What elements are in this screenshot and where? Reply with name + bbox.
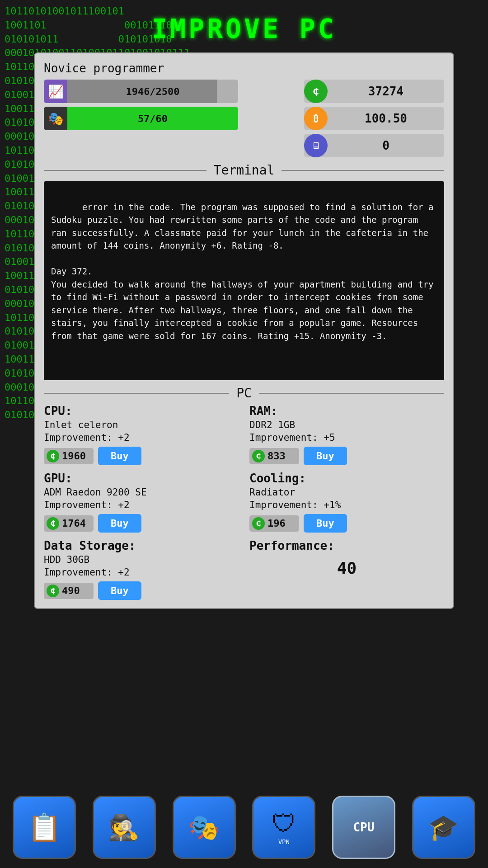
gpu-improvement: Improvement: +2	[44, 500, 239, 510]
terminal: error in the code. The program was suppo…	[44, 181, 444, 380]
anon-bar: 🎭 57/60	[44, 107, 238, 130]
gpu-price-icon: ₵	[47, 517, 59, 530]
content-wrapper: IMPROVE PC Novice programmer 📈 1946/2500…	[0, 0, 488, 868]
cooling-item: Cooling: Radiator Improvement: +1% ₵ 196…	[249, 472, 444, 533]
storage-item: Data Storage: HDD 30GB Improvement: +2 ₵…	[44, 539, 239, 600]
cooling-buy-button[interactable]: Buy	[304, 514, 347, 533]
nav-button-clipboard[interactable]: 📋	[13, 796, 76, 859]
pc-label: PC	[229, 386, 259, 401]
clipboard-icon: 📋	[28, 811, 61, 844]
cooling-price-icon: ₵	[252, 517, 265, 530]
xp-label: 1946/2500	[67, 86, 238, 97]
monitor-value: 0	[328, 139, 444, 152]
gpu-price: 1764	[62, 518, 86, 529]
vpn-label: VPN	[278, 838, 290, 845]
anonymous-icon: 🎭	[188, 813, 220, 842]
gpu-price-box: ₵ 1764	[44, 515, 94, 532]
btc-icon: ₿	[304, 107, 328, 130]
btc-value: 100.50	[328, 112, 444, 125]
storage-price-box: ₵ 490	[44, 583, 94, 599]
storage-buy-row: ₵ 490 Buy	[44, 581, 239, 600]
page-title: IMPROVE PC	[151, 14, 336, 44]
cooling-price: 196	[267, 518, 286, 529]
pc-divider-line-right	[259, 393, 444, 394]
storage-price-icon: ₵	[47, 585, 59, 597]
cpu-price-box: ₵ 1960	[44, 448, 94, 464]
performance-value: 40	[249, 559, 444, 577]
nav-button-hacker[interactable]: 🕵	[93, 796, 156, 859]
ram-item: RAM: DDR2 1GB Improvement: +5 ₵ 833 Buy	[249, 404, 444, 465]
ram-buy-button[interactable]: Buy	[304, 447, 347, 465]
performance-item: Performance: 40	[249, 539, 444, 600]
ram-title: RAM:	[249, 404, 444, 418]
terminal-label: Terminal	[206, 163, 282, 178]
ram-name: DDR2 1GB	[249, 420, 444, 430]
player-name: Novice programmer	[44, 61, 444, 75]
terminal-divider: Terminal	[44, 163, 444, 178]
cooling-price-box: ₵ 196	[249, 515, 299, 532]
bottom-nav: 📋 🕵 🎭 🛡 VPN CPU 🎓	[0, 788, 488, 868]
pc-grid: CPU: Inlet celeron Improvement: +2 ₵ 196…	[44, 404, 444, 600]
stats-row: 📈 1946/2500 🎭 57/60 ₵ 37274	[44, 80, 444, 157]
cooling-improvement: Improvement: +1%	[249, 500, 444, 510]
terminal-text: error in the code. The program was suppo…	[51, 202, 439, 341]
monitor-icon: 🖥	[304, 134, 328, 157]
cpu-buy-row: ₵ 1960 Buy	[44, 447, 239, 465]
cpu-improvement: Improvement: +2	[44, 432, 239, 443]
performance-title: Performance:	[249, 539, 444, 552]
coin-icon: ₵	[304, 80, 328, 103]
storage-title: Data Storage:	[44, 539, 239, 552]
storage-price: 490	[62, 585, 80, 596]
pc-divider: PC	[44, 386, 444, 401]
cpu-price: 1960	[62, 450, 86, 462]
ram-price-icon: ₵	[252, 450, 265, 462]
nav-button-cpu[interactable]: CPU	[332, 796, 395, 859]
ram-improvement: Improvement: +5	[249, 432, 444, 443]
xp-bar: 📈 1946/2500	[44, 80, 238, 103]
coins-box: ₵ 37274	[304, 80, 444, 103]
left-stats: 📈 1946/2500 🎭 57/60	[44, 80, 238, 130]
cooling-name: Radiator	[249, 487, 444, 498]
xp-icon: 📈	[44, 80, 67, 103]
cpu-name: Inlet celeron	[44, 420, 239, 430]
cpu-nav-icon: CPU	[353, 821, 374, 834]
cpu-item: CPU: Inlet celeron Improvement: +2 ₵ 196…	[44, 404, 239, 465]
nav-button-anonymous[interactable]: 🎭	[173, 796, 236, 859]
gpu-buy-button[interactable]: Buy	[98, 514, 141, 533]
cpu-title: CPU:	[44, 404, 239, 418]
ram-buy-row: ₵ 833 Buy	[249, 447, 444, 465]
right-stats: ₵ 37274 ₿ 100.50 🖥 0	[304, 80, 444, 157]
main-panel: Novice programmer 📈 1946/2500 🎭 57/60	[34, 52, 454, 609]
divider-line-left	[44, 170, 206, 171]
gpu-item: GPU: ADM Raedon 9200 SE Improvement: +2 …	[44, 472, 239, 533]
anon-icon: 🎭	[44, 107, 67, 130]
ram-price: 833	[267, 450, 286, 462]
gpu-buy-row: ₵ 1764 Buy	[44, 514, 239, 533]
gpu-name: ADM Raedon 9200 SE	[44, 487, 239, 498]
cpu-price-icon: ₵	[47, 450, 59, 462]
cpu-buy-button[interactable]: Buy	[98, 447, 141, 465]
storage-name: HDD 30GB	[44, 554, 239, 565]
coins-value: 37274	[328, 85, 444, 98]
ram-price-box: ₵ 833	[249, 448, 299, 464]
nav-button-education[interactable]: 🎓	[412, 796, 475, 859]
anon-label: 57/60	[67, 113, 238, 124]
hacker-icon: 🕵	[108, 813, 140, 842]
monitor-box: 🖥 0	[304, 134, 444, 157]
gpu-title: GPU:	[44, 472, 239, 485]
vpn-icon: 🛡	[272, 809, 296, 838]
education-icon: 🎓	[428, 813, 459, 842]
cooling-title: Cooling:	[249, 472, 444, 485]
storage-buy-button[interactable]: Buy	[98, 581, 141, 600]
cooling-buy-row: ₵ 196 Buy	[249, 514, 444, 533]
storage-improvement: Improvement: +2	[44, 567, 239, 578]
divider-line-right	[282, 170, 444, 171]
pc-divider-line-left	[44, 393, 229, 394]
btc-box: ₿ 100.50	[304, 107, 444, 130]
nav-button-vpn[interactable]: 🛡 VPN	[252, 796, 315, 859]
